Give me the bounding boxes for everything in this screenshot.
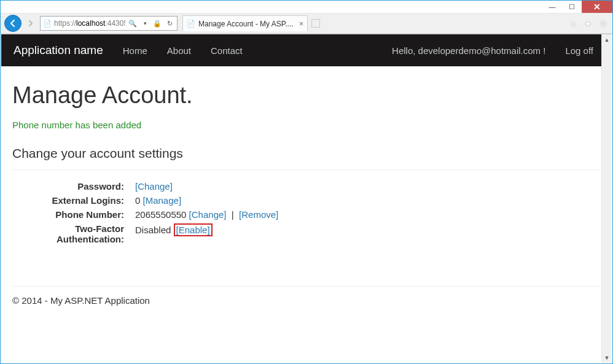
address-bar-text[interactable]: https://localhost:44305/Acc [54,19,125,28]
vertical-scrollbar[interactable]: ▲ ▼ [601,34,612,363]
url-rest: :44305/Acc [105,19,125,28]
new-tab-button[interactable] [311,19,320,28]
page-viewport: ▲ ▼ Application name Home About Contact … [1,34,612,363]
address-bar[interactable]: 📄 https://localhost:44305/Acc 🔍 ▾ 🔒 ↻ [40,16,178,31]
browser-toolbar: 📄 https://localhost:44305/Acc 🔍 ▾ 🔒 ↻ 📄 … [1,14,612,34]
enable-two-factor-link[interactable]: [Enable] [176,225,210,235]
value-external-logins: 0 [Manage] [135,195,601,206]
change-password-link[interactable]: [Change] [135,181,173,192]
page-title: Manage Account. [12,82,601,109]
label-password: Password: [12,181,135,192]
lock-icon[interactable]: 🔒 [152,18,162,28]
window-titlebar: — ☐ ✕ [1,1,612,14]
nav-link-home[interactable]: Home [113,37,157,64]
url-host: localhost [76,19,105,28]
window-close-button[interactable]: ✕ [582,1,612,13]
scroll-thumb[interactable] [602,45,612,352]
nav-link-about[interactable]: About [157,37,201,64]
settings-gear-icon[interactable]: ⚙ [598,18,609,29]
window-minimize-button[interactable]: — [542,1,562,13]
home-icon[interactable]: ⌂ [568,18,579,29]
divider [12,169,601,170]
pipe-separator: | [232,209,234,220]
phone-number-value: 2065550550 [135,209,186,220]
tab-title: Manage Account - My ASP.... [198,20,296,28]
forward-button[interactable] [24,17,37,30]
value-phone-number: 2065550550 [Change] | [Remove] [135,209,601,220]
scroll-up-icon[interactable]: ▲ [602,34,612,45]
section-subtitle: Change your account settings [12,146,601,161]
browser-tool-icons: ⌂ ★ ⚙ [568,18,609,29]
label-two-factor: Two-Factor Authentication: [12,223,135,244]
remove-phone-link[interactable]: [Remove] [239,209,278,220]
scroll-down-icon[interactable]: ▼ [602,352,612,363]
window-maximize-button[interactable]: ☐ [562,1,582,13]
settings-list: Password: [Change] External Logins: 0 [M… [12,181,601,244]
value-password: [Change] [135,181,601,192]
change-phone-link[interactable]: [Change] [189,209,227,220]
nav-logoff-link[interactable]: Log off [555,37,603,64]
footer-text: © 2014 - My ASP.NET Application [12,295,150,306]
dropdown-icon[interactable]: ▾ [140,18,150,28]
footer-divider [12,286,601,287]
url-scheme: https:// [54,19,76,28]
back-button[interactable] [4,15,21,32]
search-icon[interactable]: 🔍 [128,18,138,28]
page-favicon-icon: 📄 [43,19,52,28]
label-phone-number: Phone Number: [12,209,135,220]
tab-close-icon[interactable]: × [299,20,303,28]
page-footer: © 2014 - My ASP.NET Application [1,250,612,306]
site-navbar: Application name Home About Contact Hell… [1,34,612,66]
nav-link-contact[interactable]: Contact [201,37,252,64]
main-content: Manage Account. Phone number has been ad… [1,66,612,250]
tab-favicon-icon: 📄 [187,20,195,28]
external-logins-count: 0 [135,195,140,206]
two-factor-status: Disabled [135,225,171,235]
browser-tab[interactable]: 📄 Manage Account - My ASP.... × [182,15,308,31]
favorites-icon[interactable]: ★ [583,18,594,29]
label-external-logins: External Logins: [12,195,135,206]
manage-external-logins-link[interactable]: [Manage] [143,195,182,206]
nav-user-greeting[interactable]: Hello, developerdemo@hotmail.com ! [382,37,555,64]
enable-highlight-box: [Enable] [174,223,213,236]
brand[interactable]: Application name [10,44,113,57]
value-two-factor: Disabled [Enable] [135,223,601,244]
flash-message: Phone number has been added [12,120,601,130]
refresh-icon[interactable]: ↻ [165,18,174,28]
